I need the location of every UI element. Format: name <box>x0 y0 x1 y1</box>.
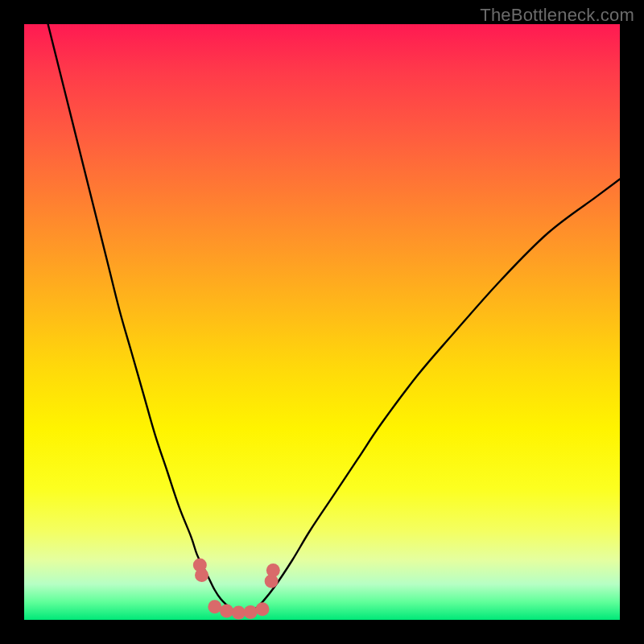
valley-dot <box>256 602 270 616</box>
valley-dot <box>232 606 246 620</box>
chart-frame: TheBottleneck.com <box>0 0 644 644</box>
valley-dot <box>195 568 208 582</box>
left-curve <box>48 24 245 614</box>
valley-dots <box>193 558 280 619</box>
valley-dot <box>266 564 280 577</box>
curve-svg <box>24 24 620 620</box>
plot-area <box>24 24 620 620</box>
valley-dot <box>208 600 221 613</box>
valley-dot <box>244 605 258 619</box>
watermark-text: TheBottleneck.com <box>480 5 634 26</box>
valley-dot <box>220 604 233 617</box>
right-curve <box>245 179 620 613</box>
